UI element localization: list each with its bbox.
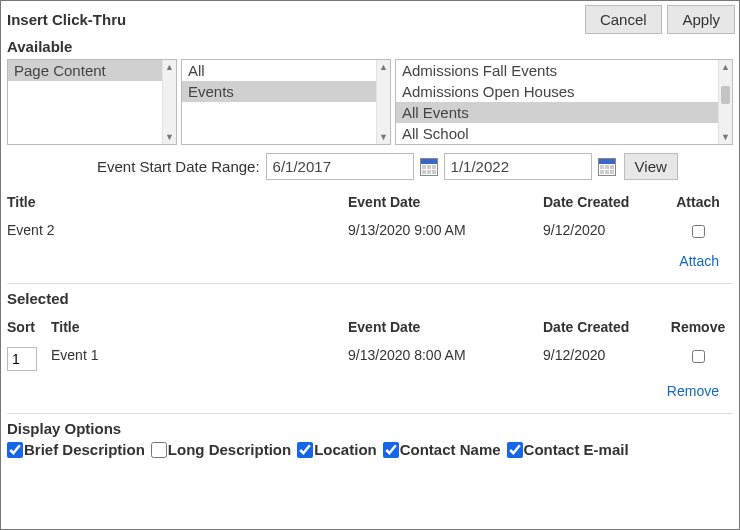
view-button[interactable]: View	[624, 153, 678, 180]
display-options-label: Display Options	[7, 420, 733, 441]
col-header-title: Title	[51, 319, 348, 335]
scroll-up-icon[interactable]: ▲	[377, 60, 390, 74]
scrollbar[interactable]: ▲ ▼	[162, 60, 176, 144]
dialog-buttons: Cancel Apply	[583, 5, 735, 34]
cell-title: Event 1	[51, 347, 348, 363]
col-header-sort: Sort	[7, 319, 51, 335]
cell-event-date: 9/13/2020 9:00 AM	[348, 222, 543, 238]
list-item[interactable]: Admissions Open Houses	[396, 81, 718, 102]
checkbox-long[interactable]	[151, 442, 167, 458]
cell-date-created: 9/12/2020	[543, 222, 663, 238]
available-grid: Title Event Date Date Created Attach Eve…	[1, 186, 739, 279]
col-header-event-date: Event Date	[348, 319, 543, 335]
checkbox-brief[interactable]	[7, 442, 23, 458]
list-item[interactable]: Events	[182, 81, 376, 102]
selected-label: Selected	[1, 288, 739, 311]
dialog-title: Insert Click-Thru	[7, 11, 126, 28]
scroll-up-icon[interactable]: ▲	[163, 60, 176, 74]
start-date-input[interactable]	[266, 153, 414, 180]
sort-input[interactable]	[7, 347, 37, 371]
cell-title: Event 2	[7, 222, 348, 238]
opt-contact-name[interactable]: Contact Name	[383, 441, 501, 458]
opt-long-description[interactable]: Long Description	[151, 441, 291, 458]
available-label: Available	[1, 36, 739, 59]
col-header-title: Title	[7, 194, 348, 210]
scroll-down-icon[interactable]: ▼	[719, 130, 732, 144]
cell-event-date: 9/13/2020 8:00 AM	[348, 347, 543, 363]
checkbox-contact-email[interactable]	[507, 442, 523, 458]
listbox-category[interactable]: All Events ▲ ▼	[181, 59, 391, 145]
opt-location[interactable]: Location	[297, 441, 377, 458]
checkbox-location[interactable]	[297, 442, 313, 458]
table-row: Event 1 9/13/2020 8:00 AM 9/12/2020	[7, 341, 733, 377]
selected-grid: Sort Title Event Date Date Created Remov…	[1, 311, 739, 409]
scrollbar[interactable]: ▲ ▼	[718, 60, 732, 144]
remove-checkbox[interactable]	[692, 350, 705, 363]
col-header-event-date: Event Date	[348, 194, 543, 210]
divider	[7, 283, 733, 284]
scrollbar[interactable]: ▲ ▼	[376, 60, 390, 144]
display-options: Display Options Brief Description Long D…	[1, 418, 739, 460]
list-item[interactable]: All Events	[396, 102, 718, 123]
col-header-date-created: Date Created	[543, 319, 663, 335]
col-header-remove: Remove	[663, 319, 733, 335]
list-item[interactable]: Page Content	[8, 60, 162, 81]
col-header-date-created: Date Created	[543, 194, 663, 210]
scroll-thumb[interactable]	[721, 86, 730, 104]
table-row: Event 2 9/13/2020 9:00 AM 9/12/2020	[7, 216, 733, 247]
available-selectors: Page Content ▲ ▼ All Events ▲ ▼ Admissio…	[1, 59, 739, 145]
list-item[interactable]: Admissions Fall Events	[396, 60, 718, 81]
listbox-page-content[interactable]: Page Content ▲ ▼	[7, 59, 177, 145]
calendar-icon[interactable]	[598, 158, 616, 176]
opt-brief-description[interactable]: Brief Description	[7, 441, 145, 458]
scroll-down-icon[interactable]: ▼	[377, 130, 390, 144]
attach-link[interactable]: Attach	[679, 253, 719, 269]
calendar-icon[interactable]	[420, 158, 438, 176]
remove-link[interactable]: Remove	[667, 383, 719, 399]
divider	[7, 413, 733, 414]
cancel-button[interactable]: Cancel	[585, 5, 662, 34]
list-item[interactable]: All School	[396, 123, 718, 144]
scroll-down-icon[interactable]: ▼	[163, 130, 176, 144]
date-range-row: Event Start Date Range: View	[1, 145, 739, 186]
end-date-input[interactable]	[444, 153, 592, 180]
scroll-up-icon[interactable]: ▲	[719, 60, 732, 74]
checkbox-contact-name[interactable]	[383, 442, 399, 458]
cell-date-created: 9/12/2020	[543, 347, 663, 363]
listbox-events[interactable]: Admissions Events Admissions Fall Events…	[395, 59, 733, 145]
date-range-label: Event Start Date Range:	[7, 158, 260, 175]
apply-button[interactable]: Apply	[667, 5, 735, 34]
col-header-attach: Attach	[663, 194, 733, 210]
list-item[interactable]: All	[182, 60, 376, 81]
attach-checkbox[interactable]	[692, 225, 705, 238]
opt-contact-email[interactable]: Contact E-mail	[507, 441, 629, 458]
